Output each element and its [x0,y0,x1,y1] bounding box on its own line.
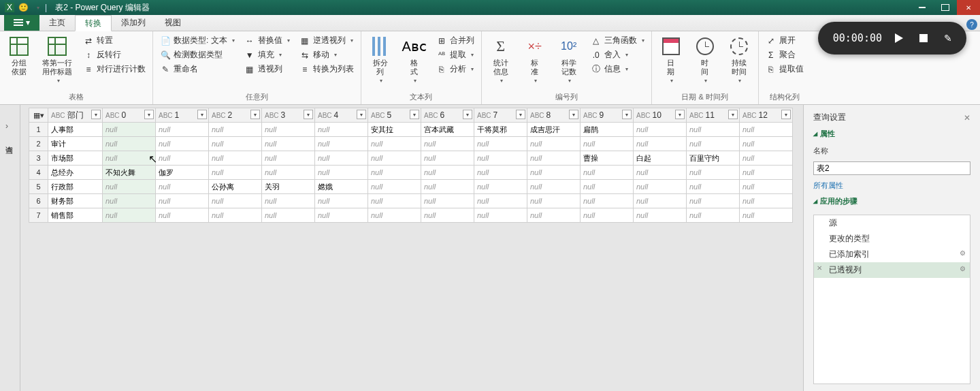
cell[interactable]: null [740,123,793,137]
cell[interactable]: null [262,194,315,208]
row-number[interactable]: 1 [29,123,48,137]
format-button[interactable]: Aʙᴄ格式 [401,34,428,85]
cell[interactable]: 扁鹊 [581,123,634,137]
cell[interactable]: null [315,208,368,223]
cell[interactable]: null [740,208,793,223]
cell[interactable]: null [527,194,581,208]
cell[interactable]: null [634,123,687,137]
datatype-button[interactable]: 📄数据类型: 文本 [159,34,236,47]
cell[interactable]: null [634,166,687,180]
cell[interactable]: 干将莫邪 [474,123,527,137]
timer-play-button[interactable] [892,31,906,46]
cell[interactable]: null [527,151,581,166]
row-number[interactable]: 5 [29,180,48,194]
table-row[interactable]: 7销售部nullnullnullnullnullnullnullnullnull… [29,208,793,223]
cell[interactable]: null [687,166,740,180]
close-panel-icon[interactable]: ✕ [964,113,970,123]
cell[interactable]: null [687,180,740,194]
cell[interactable]: null [474,137,527,151]
expand-queries-icon[interactable]: › [5,121,8,131]
filter-icon[interactable]: ▼ [516,110,525,119]
cell[interactable]: null [421,137,474,151]
filter-icon[interactable]: ▼ [569,110,578,119]
maximize-button[interactable] [934,0,957,15]
table-row[interactable]: 2审计nullnullnullnullnullnullnullnullnulln… [29,137,793,151]
cell[interactable]: null [687,123,740,137]
cell[interactable]: null [474,151,527,166]
data-grid[interactable]: ▦▾ABC部门▼ABC0▼ABC1▼ABC2▼ABC3▼ABC4▼ABC5▼AB… [29,108,793,223]
merge-columns-button[interactable]: ⊞合并列 [435,34,476,47]
parse-button[interactable]: ⎘分析 [435,63,476,76]
column-header[interactable]: ABC10▼ [634,108,687,123]
tab-home[interactable]: 主页 [39,14,75,31]
cell[interactable]: null [262,151,315,166]
cell[interactable]: null [687,194,740,208]
filter-icon[interactable]: ▼ [250,110,260,119]
count-rows-button[interactable]: ≡对行进行计数 [82,63,147,76]
cell[interactable]: null [368,194,421,208]
row-number[interactable]: 6 [29,194,48,208]
cell[interactable]: null [156,208,209,223]
trig-button[interactable]: △三角函数 [589,34,646,47]
cell[interactable]: null [368,151,421,166]
cell[interactable]: null [581,166,634,180]
cell[interactable]: null [315,123,368,137]
applied-step[interactable]: 源 [814,215,970,231]
cell[interactable]: null [209,137,262,151]
groupby-button[interactable]: 分组依据 [5,34,33,78]
cell[interactable]: null [209,208,262,223]
cell[interactable]: null [103,123,156,137]
cell[interactable]: null [262,123,315,137]
cell[interactable]: null [103,208,156,223]
file-tab[interactable]: ▾ [4,14,39,31]
unpivot-button[interactable]: ▦逆透视列 [298,34,355,47]
filter-icon[interactable]: ▼ [197,110,207,119]
cell[interactable]: null [527,166,581,180]
qat-dropdown[interactable] [31,2,42,13]
filter-icon[interactable]: ▼ [675,110,685,119]
cell[interactable]: null [634,208,687,223]
filter-icon[interactable]: ▼ [91,110,101,119]
cell[interactable]: null [262,137,315,151]
cell[interactable]: 安其拉 [368,123,421,137]
cell[interactable]: 嫦娥 [315,180,368,194]
rename-button[interactable]: ✎重命名 [159,63,236,76]
filter-icon[interactable]: ▼ [144,110,154,119]
column-header[interactable]: ABC1▼ [156,108,209,123]
column-header[interactable]: ABC3▼ [262,108,315,123]
cell[interactable]: null [634,137,687,151]
cell[interactable]: null [740,151,793,166]
extract-values-button[interactable]: ⎘提取值 [764,63,805,76]
row-number[interactable]: 3 [29,151,48,166]
cell[interactable]: null [527,180,581,194]
cell[interactable]: 市场部 [48,151,103,166]
time-button[interactable]: 时间 [691,34,719,85]
cell[interactable]: null [421,166,474,180]
column-header[interactable]: ABC7▼ [474,108,527,123]
applied-step[interactable]: 已添加索引⚙ [814,247,970,262]
move-button[interactable]: ⇆移动 [298,48,355,61]
cell[interactable]: null [368,137,421,151]
cell[interactable]: null [474,194,527,208]
tab-addcolumn[interactable]: 添加列 [112,14,155,31]
timer-edit-button[interactable] [941,31,956,46]
cell[interactable]: null [421,180,474,194]
timer-stop-button[interactable] [916,31,931,46]
cell[interactable]: 宫本武藏 [421,123,474,137]
cell[interactable]: null [315,137,368,151]
cell[interactable]: null [156,180,209,194]
column-header[interactable]: ABC8▼ [527,108,581,123]
pivot-button[interactable]: ▦透视列 [243,63,291,76]
reverse-rows-button[interactable]: ↕反转行 [82,48,147,61]
filter-icon[interactable]: ▼ [357,110,366,119]
cell[interactable]: null [315,151,368,166]
cell[interactable]: null [209,166,262,180]
column-header[interactable]: ABC6▼ [421,108,474,123]
cell[interactable]: null [581,180,634,194]
cell[interactable]: null [527,208,581,223]
table-row[interactable]: 4总经办不知火舞伽罗nullnullnullnullnullnullnullnu… [29,166,793,180]
scientific-button[interactable]: 10²科学记数 [555,34,583,85]
column-header[interactable]: ABC部门▼ [48,108,103,123]
smiley-icon[interactable]: 🙂 [18,2,29,13]
tab-transform[interactable]: 转换 [75,15,112,31]
